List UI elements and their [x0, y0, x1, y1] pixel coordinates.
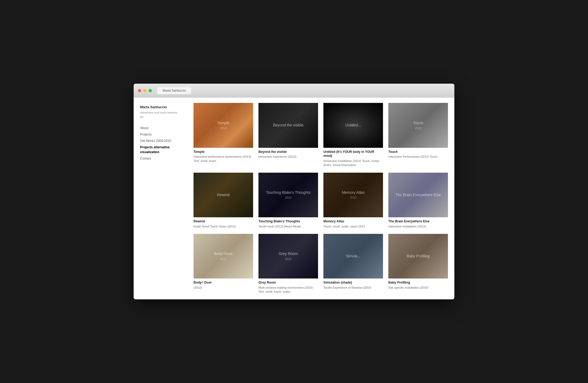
project-item-touch[interactable]: Touch2012TouchInteractive Performance (2… [388, 103, 448, 167]
project-item-baby[interactable]: Baby ProfilingBaby ProfilingSite specifi… [388, 234, 448, 294]
project-desc-temple: Interactive performance performance (201… [194, 155, 253, 163]
project-thumb-brain: The Brain Everywhere Else [388, 173, 448, 217]
project-title-temple: Temple [194, 150, 253, 154]
project-desc-memory: Touch, smell, audio, vision 2012 [323, 225, 383, 229]
nav-list: AboutProjectsOld Works 2009-2010Projects… [140, 125, 181, 161]
thumb-label-temple: Temple2013 [194, 103, 253, 148]
thumb-label-touching: Touching Blake's Thoughts2013 [258, 173, 318, 217]
nav-link-projects[interactable]: Projects [140, 133, 152, 136]
project-item-beyond[interactable]: Beyond the visibleBeyond the visibleImme… [258, 103, 318, 167]
thumb-label-brain: The Brain Everywhere Else [388, 173, 448, 217]
project-desc-simulation: Tactile Experience of Shadow (2010) [323, 286, 383, 290]
project-thumb-body-door: Body=Door2010 [194, 234, 253, 278]
browser-tab[interactable]: Marta Santuccio [157, 87, 191, 94]
project-desc-touch: Interactive Performance (2012) Touch [388, 155, 448, 159]
project-title-beyond: Beyond the visible [258, 150, 318, 154]
thumb-label-body-door: Body=Door2010 [194, 234, 253, 278]
project-desc-brain: Interactive Installation (2012) [388, 225, 448, 229]
sidebar-item-old-works[interactable]: Old Works 2009-2010 [140, 138, 181, 143]
project-item-memory[interactable]: Memory Atlas2012Memory AtlasTouch, smell… [323, 173, 383, 229]
project-title-grey-room: Grey Room [258, 281, 318, 285]
thumb-label-beyond: Beyond the visible [258, 103, 318, 148]
close-button[interactable] [138, 89, 141, 92]
projects-grid: Temple2013TempleInteractive performance … [194, 103, 448, 294]
project-thumb-temple: Temple2013 [194, 103, 253, 148]
nav-link-about[interactable]: About [140, 126, 148, 130]
project-thumb-touching: Touching Blake's Thoughts2013 [258, 173, 318, 217]
project-item-grey-room[interactable]: Grey Room2010Grey RoomMulti-sensory read… [258, 234, 318, 294]
project-item-untitled[interactable]: Untitled...Untitled (It's YOUR body in Y… [323, 103, 383, 167]
sidebar-item-contact[interactable]: Contact [140, 156, 181, 161]
project-thumb-memory: Memory Atlas2012 [323, 173, 383, 217]
minimize-button[interactable] [143, 89, 146, 92]
project-item-touching[interactable]: Touching Blake's Thoughts2013Touching Bl… [258, 173, 318, 229]
thumb-label-memory: Memory Atlas2012 [323, 173, 383, 217]
browser-content: Marta Santuccio immersive and multi-sens… [134, 98, 454, 299]
project-thumb-untitled: Untitled... [323, 103, 383, 148]
project-title-memory: Memory Atlas [323, 219, 383, 224]
nav-link-contact[interactable]: Contact [140, 157, 151, 160]
sidebar-item-projects-alt[interactable]: Projects alternative visualization [140, 145, 181, 154]
project-desc-beyond: Immersive experience (2013) [258, 155, 318, 159]
nav-link-old-works[interactable]: Old Works 2009-2010 [140, 139, 171, 143]
project-thumb-touch: Touch2012 [388, 103, 448, 148]
project-item-body-door[interactable]: Body=Door2010Body= Door(2010) [194, 234, 253, 294]
thumb-label-touch: Touch2012 [388, 103, 448, 148]
project-desc-body-door: (2010) [194, 286, 253, 290]
site-subtitle: immersive and multi-sensory art [140, 111, 181, 119]
thumb-label-grey-room: Grey Room2010 [258, 234, 318, 278]
project-title-touch: Touch [388, 150, 448, 154]
project-desc-grey-room: Multi-sensory reading environment (2010)… [258, 286, 318, 294]
project-title-rewind: Rewind [194, 219, 253, 224]
project-title-brain: The Brain Everywhere Else [388, 219, 448, 224]
project-item-brain[interactable]: The Brain Everywhere ElseThe Brain Every… [388, 173, 448, 229]
browser-window: Marta Santuccio Marta Santuccio immersiv… [134, 84, 454, 299]
thumb-label-baby: Baby Profiling [388, 234, 448, 278]
maximize-button[interactable] [149, 89, 152, 92]
project-desc-rewind: Audio Smell Touch Vision (2012) [194, 225, 253, 229]
project-desc-untitled: Immersive Installation (2013) Touch, Sme… [323, 159, 383, 167]
browser-chrome: Marta Santuccio [134, 84, 454, 98]
thumb-label-rewind: Rewind [194, 173, 253, 217]
project-thumb-beyond: Beyond the visible [258, 103, 318, 148]
project-title-touching: Touching Blake's Thoughts [258, 219, 318, 224]
project-thumb-simulation: Simula... [323, 234, 383, 278]
project-item-temple[interactable]: Temple2013TempleInteractive performance … [194, 103, 253, 167]
project-thumb-grey-room: Grey Room2010 [258, 234, 318, 278]
thumb-label-simulation: Simula... [323, 234, 383, 278]
sidebar-item-about[interactable]: About [140, 125, 181, 130]
project-item-rewind[interactable]: RewindRewindAudio Smell Touch Vision (20… [194, 173, 253, 229]
project-title-untitled: Untitled (It's YOUR body in YOUR mind) [323, 150, 383, 158]
sidebar: Marta Santuccio immersive and multi-sens… [134, 98, 187, 299]
main-content: Temple2013TempleInteractive performance … [187, 98, 454, 299]
thumb-label-untitled: Untitled... [323, 103, 383, 148]
project-title-baby: Baby Profiling [388, 281, 448, 285]
sidebar-item-projects[interactable]: Projects [140, 132, 181, 137]
project-item-simulation[interactable]: Simula...Simulation (shade)Tactile Exper… [323, 234, 383, 294]
project-thumb-rewind: Rewind [194, 173, 253, 217]
project-title-simulation: Simulation (shade) [323, 281, 383, 285]
project-title-body-door: Body= Door [194, 281, 253, 285]
project-desc-baby: Site specific Installation (2010) [388, 286, 448, 290]
project-desc-touching: Tactile book (2013) Mixed Media [258, 225, 318, 229]
project-thumb-baby: Baby Profiling [388, 234, 448, 278]
nav-link-projects-alt[interactable]: Projects alternative visualization [140, 145, 170, 154]
site-title: Marta Santuccio [140, 105, 181, 110]
